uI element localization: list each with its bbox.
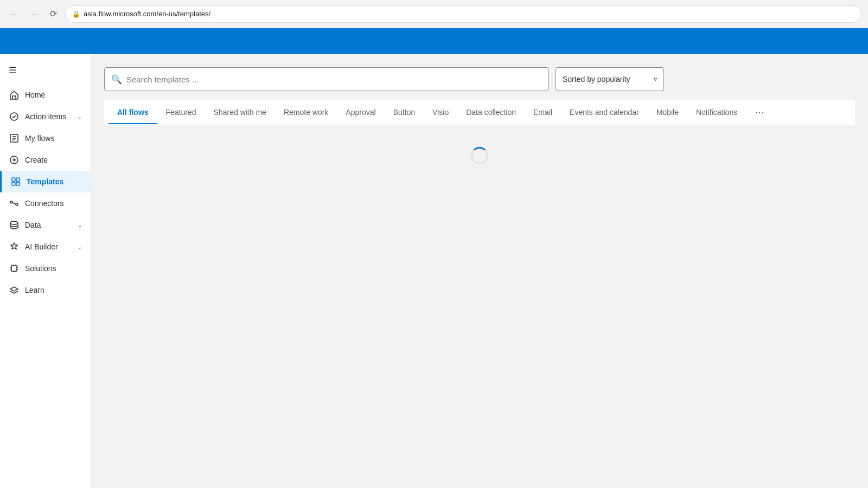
templates-icon <box>10 176 21 187</box>
sidebar-item-ai-builder[interactable]: AI Builder ⌄ <box>0 236 91 258</box>
svg-rect-4 <box>16 178 20 181</box>
sidebar: ☰ Home Action items ⌄ My flows <box>0 54 91 488</box>
tab-email[interactable]: Email <box>525 101 561 124</box>
sidebar-label-ai-builder: AI Builder <box>25 242 58 251</box>
solutions-icon <box>9 263 20 274</box>
address-bar[interactable]: 🔒 asia.flow.microsoft.com/en-us/template… <box>65 5 861 23</box>
tab-visio-label: Visio <box>432 108 449 117</box>
tab-shared-with-me-label: Shared with me <box>214 108 266 117</box>
tab-remote-work-label: Remote work <box>284 108 328 117</box>
reload-button[interactable]: ⟳ <box>46 7 61 22</box>
browser-chrome: ← → ⟳ 🔒 asia.flow.microsoft.com/en-us/te… <box>0 0 868 28</box>
sidebar-item-create[interactable]: Create <box>0 149 91 171</box>
search-input[interactable] <box>126 75 542 84</box>
lock-icon: 🔒 <box>72 10 80 18</box>
sidebar-label-create: Create <box>25 156 48 164</box>
tab-approval[interactable]: Approval <box>337 101 384 124</box>
sidebar-item-action-items[interactable]: Action items ⌄ <box>0 106 91 127</box>
tab-approval-label: Approval <box>346 108 375 117</box>
sidebar-item-templates[interactable]: Templates <box>0 171 91 192</box>
back-button[interactable]: ← <box>7 7 22 22</box>
sidebar-item-connectors[interactable]: Connectors <box>0 192 91 214</box>
svg-rect-5 <box>12 182 15 185</box>
loading-spinner <box>471 147 488 164</box>
tab-all-flows-label: All flows <box>117 108 149 117</box>
sidebar-label-my-flows: My flows <box>25 134 54 143</box>
tab-all-flows[interactable]: All flows <box>108 101 157 124</box>
tab-data-collection[interactable]: Data collection <box>457 101 525 124</box>
tab-featured[interactable]: Featured <box>157 101 205 124</box>
tab-email-label: Email <box>533 108 552 117</box>
tab-featured-label: Featured <box>166 108 196 117</box>
sort-label: Sorted by popularity <box>563 75 630 84</box>
sidebar-label-connectors: Connectors <box>25 199 64 208</box>
svg-rect-6 <box>16 182 20 185</box>
search-area: 🔍 Sorted by popularity ▿ <box>104 67 855 91</box>
learn-icon <box>9 285 20 296</box>
sidebar-label-home: Home <box>25 91 45 99</box>
tab-remote-work[interactable]: Remote work <box>275 101 337 124</box>
tab-button[interactable]: Button <box>385 101 424 124</box>
ms-top-bar <box>0 28 868 54</box>
data-icon <box>9 220 20 230</box>
sidebar-label-solutions: Solutions <box>25 264 56 273</box>
action-items-icon <box>9 111 20 122</box>
sidebar-label-data: Data <box>25 221 41 229</box>
action-items-chevron: ⌄ <box>78 114 82 120</box>
hamburger-menu[interactable]: ☰ <box>0 59 91 84</box>
tab-data-collection-label: Data collection <box>466 108 516 117</box>
create-icon <box>9 155 20 165</box>
sidebar-label-templates: Templates <box>27 177 63 186</box>
sidebar-item-learn[interactable]: Learn <box>0 279 91 301</box>
my-flows-icon <box>9 133 20 144</box>
search-icon: 🔍 <box>111 74 122 85</box>
forward-button[interactable]: → <box>26 7 41 22</box>
connectors-icon <box>9 198 20 209</box>
tab-notifications[interactable]: Notifications <box>687 101 746 124</box>
svg-rect-3 <box>12 178 15 181</box>
tab-notifications-label: Notifications <box>696 108 737 117</box>
tab-events-calendar[interactable]: Events and calendar <box>561 101 648 124</box>
svg-point-7 <box>10 221 18 224</box>
sidebar-label-action-items: Action items <box>25 112 66 121</box>
tab-shared-with-me[interactable]: Shared with me <box>205 101 275 124</box>
url-text: asia.flow.microsoft.com/en-us/templates/ <box>84 10 210 18</box>
main-content: 🔍 Sorted by popularity ▿ All flows Featu… <box>91 54 868 488</box>
sidebar-item-data[interactable]: Data ⌄ <box>0 214 91 236</box>
app-layout: ☰ Home Action items ⌄ My flows <box>0 54 868 488</box>
tab-events-calendar-label: Events and calendar <box>570 108 639 117</box>
ai-builder-icon <box>9 241 20 252</box>
tabs-bar: All flows Featured Shared with me Remote… <box>104 100 855 125</box>
sort-chevron: ▿ <box>654 75 657 83</box>
home-icon <box>9 89 20 100</box>
ai-builder-chevron: ⌄ <box>78 244 82 250</box>
sidebar-item-home[interactable]: Home <box>0 84 91 106</box>
sidebar-item-solutions[interactable]: Solutions <box>0 258 91 279</box>
tab-button-label: Button <box>393 108 415 117</box>
tab-mobile-label: Mobile <box>656 108 679 117</box>
sidebar-item-my-flows[interactable]: My flows <box>0 127 91 149</box>
content-area <box>104 125 855 186</box>
sort-dropdown[interactable]: Sorted by popularity ▿ <box>556 67 664 91</box>
tab-mobile[interactable]: Mobile <box>648 101 687 124</box>
tab-visio[interactable]: Visio <box>424 101 457 124</box>
sidebar-label-learn: Learn <box>25 286 44 294</box>
data-chevron: ⌄ <box>78 222 82 228</box>
search-box[interactable]: 🔍 <box>104 67 549 91</box>
tab-more-button[interactable]: ⋯ <box>748 100 771 125</box>
hamburger-icon: ☰ <box>9 66 16 75</box>
